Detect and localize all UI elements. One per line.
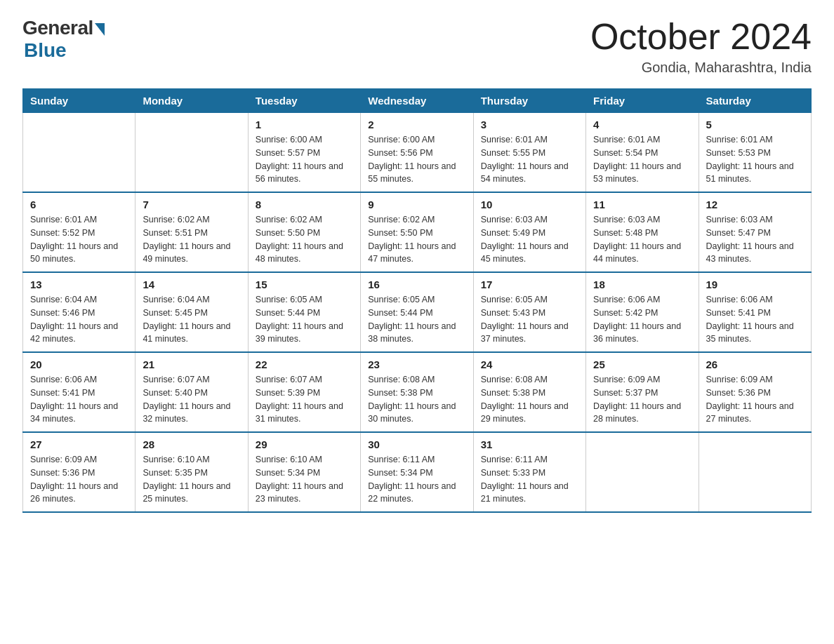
day-of-week-header: Friday: [586, 89, 699, 113]
calendar-week-row: 1Sunrise: 6:00 AMSunset: 5:57 PMDaylight…: [23, 113, 812, 193]
day-sun-info: Sunrise: 6:02 AMSunset: 5:50 PMDaylight:…: [256, 213, 353, 266]
calendar-day-cell: 15Sunrise: 6:05 AMSunset: 5:44 PMDayligh…: [248, 272, 360, 352]
day-number: 8: [256, 199, 353, 210]
page-header: General Blue October 2024 Gondia, Mahara…: [22, 17, 812, 76]
day-sun-info: Sunrise: 6:05 AMSunset: 5:44 PMDaylight:…: [368, 293, 465, 346]
day-number: 22: [256, 358, 353, 370]
calendar-week-row: 27Sunrise: 6:09 AMSunset: 5:36 PMDayligh…: [23, 432, 812, 512]
day-sun-info: Sunrise: 6:03 AMSunset: 5:48 PMDaylight:…: [593, 213, 691, 266]
location-title: Gondia, Maharashtra, India: [590, 60, 812, 76]
calendar-header-row: SundayMondayTuesdayWednesdayThursdayFrid…: [23, 89, 812, 113]
day-of-week-header: Tuesday: [248, 89, 360, 113]
day-number: 19: [706, 279, 804, 290]
calendar-day-cell: 19Sunrise: 6:06 AMSunset: 5:41 PMDayligh…: [699, 272, 811, 352]
day-number: 25: [593, 358, 691, 370]
day-sun-info: Sunrise: 6:06 AMSunset: 5:42 PMDaylight:…: [593, 293, 691, 346]
day-number: 26: [706, 358, 804, 370]
calendar-day-cell: 24Sunrise: 6:08 AMSunset: 5:38 PMDayligh…: [473, 352, 585, 432]
day-sun-info: Sunrise: 6:08 AMSunset: 5:38 PMDaylight:…: [368, 373, 465, 426]
logo-arrow-icon: [95, 23, 105, 36]
day-sun-info: Sunrise: 6:00 AMSunset: 5:56 PMDaylight:…: [368, 133, 465, 186]
calendar-day-cell: [23, 113, 135, 193]
calendar-day-cell: 3Sunrise: 6:01 AMSunset: 5:55 PMDaylight…: [473, 113, 585, 193]
day-sun-info: Sunrise: 6:01 AMSunset: 5:55 PMDaylight:…: [481, 133, 578, 186]
calendar-table: SundayMondayTuesdayWednesdayThursdayFrid…: [22, 88, 812, 513]
calendar-day-cell: 16Sunrise: 6:05 AMSunset: 5:44 PMDayligh…: [361, 272, 473, 352]
logo: General Blue: [22, 17, 105, 62]
day-sun-info: Sunrise: 6:07 AMSunset: 5:40 PMDaylight:…: [143, 373, 240, 426]
title-block: October 2024 Gondia, Maharashtra, India: [590, 17, 812, 76]
day-of-week-header: Monday: [135, 89, 248, 113]
day-sun-info: Sunrise: 6:09 AMSunset: 5:36 PMDaylight:…: [30, 453, 128, 506]
day-sun-info: Sunrise: 6:01 AMSunset: 5:53 PMDaylight:…: [706, 133, 804, 186]
day-number: 6: [30, 199, 128, 210]
day-number: 18: [593, 279, 691, 290]
logo-general-text: General: [22, 17, 93, 39]
calendar-day-cell: 5Sunrise: 6:01 AMSunset: 5:53 PMDaylight…: [699, 113, 811, 193]
calendar-day-cell: 18Sunrise: 6:06 AMSunset: 5:42 PMDayligh…: [586, 272, 699, 352]
calendar-day-cell: 11Sunrise: 6:03 AMSunset: 5:48 PMDayligh…: [586, 192, 699, 272]
day-sun-info: Sunrise: 6:00 AMSunset: 5:57 PMDaylight:…: [256, 133, 353, 186]
calendar-day-cell: 17Sunrise: 6:05 AMSunset: 5:43 PMDayligh…: [473, 272, 585, 352]
day-number: 31: [481, 438, 578, 450]
day-sun-info: Sunrise: 6:01 AMSunset: 5:54 PMDaylight:…: [593, 133, 691, 186]
day-sun-info: Sunrise: 6:02 AMSunset: 5:51 PMDaylight:…: [143, 213, 240, 266]
day-sun-info: Sunrise: 6:11 AMSunset: 5:34 PMDaylight:…: [368, 453, 465, 506]
calendar-day-cell: 28Sunrise: 6:10 AMSunset: 5:35 PMDayligh…: [135, 432, 248, 512]
calendar-day-cell: 12Sunrise: 6:03 AMSunset: 5:47 PMDayligh…: [699, 192, 811, 272]
calendar-day-cell: 10Sunrise: 6:03 AMSunset: 5:49 PMDayligh…: [473, 192, 585, 272]
calendar-day-cell: 6Sunrise: 6:01 AMSunset: 5:52 PMDaylight…: [23, 192, 135, 272]
day-number: 27: [30, 438, 128, 450]
day-number: 16: [368, 279, 465, 290]
calendar-day-cell: 2Sunrise: 6:00 AMSunset: 5:56 PMDaylight…: [361, 113, 473, 193]
day-number: 30: [368, 438, 465, 450]
calendar-day-cell: 1Sunrise: 6:00 AMSunset: 5:57 PMDaylight…: [248, 113, 360, 193]
day-number: 12: [706, 199, 804, 210]
day-number: 13: [30, 279, 128, 290]
day-sun-info: Sunrise: 6:11 AMSunset: 5:33 PMDaylight:…: [481, 453, 578, 506]
day-sun-info: Sunrise: 6:09 AMSunset: 5:36 PMDaylight:…: [706, 373, 804, 426]
calendar-day-cell: 26Sunrise: 6:09 AMSunset: 5:36 PMDayligh…: [699, 352, 811, 432]
calendar-day-cell: [586, 432, 699, 512]
day-sun-info: Sunrise: 6:05 AMSunset: 5:44 PMDaylight:…: [256, 293, 353, 346]
day-sun-info: Sunrise: 6:04 AMSunset: 5:46 PMDaylight:…: [30, 293, 128, 346]
day-number: 9: [368, 199, 465, 210]
day-sun-info: Sunrise: 6:07 AMSunset: 5:39 PMDaylight:…: [256, 373, 353, 426]
day-of-week-header: Saturday: [699, 89, 811, 113]
day-number: 14: [143, 279, 240, 290]
calendar-week-row: 13Sunrise: 6:04 AMSunset: 5:46 PMDayligh…: [23, 272, 812, 352]
calendar-day-cell: 23Sunrise: 6:08 AMSunset: 5:38 PMDayligh…: [361, 352, 473, 432]
day-sun-info: Sunrise: 6:08 AMSunset: 5:38 PMDaylight:…: [481, 373, 578, 426]
day-number: 15: [256, 279, 353, 290]
logo-blue-text: Blue: [24, 39, 67, 62]
day-number: 28: [143, 438, 240, 450]
calendar-day-cell: 31Sunrise: 6:11 AMSunset: 5:33 PMDayligh…: [473, 432, 585, 512]
calendar-week-row: 20Sunrise: 6:06 AMSunset: 5:41 PMDayligh…: [23, 352, 812, 432]
day-sun-info: Sunrise: 6:02 AMSunset: 5:50 PMDaylight:…: [368, 213, 465, 266]
day-sun-info: Sunrise: 6:06 AMSunset: 5:41 PMDaylight:…: [30, 373, 128, 426]
calendar-day-cell: 29Sunrise: 6:10 AMSunset: 5:34 PMDayligh…: [248, 432, 360, 512]
calendar-day-cell: 21Sunrise: 6:07 AMSunset: 5:40 PMDayligh…: [135, 352, 248, 432]
calendar-day-cell: 8Sunrise: 6:02 AMSunset: 5:50 PMDaylight…: [248, 192, 360, 272]
month-title: October 2024: [590, 17, 812, 57]
day-number: 24: [481, 358, 578, 370]
calendar-day-cell: 22Sunrise: 6:07 AMSunset: 5:39 PMDayligh…: [248, 352, 360, 432]
day-sun-info: Sunrise: 6:04 AMSunset: 5:45 PMDaylight:…: [143, 293, 240, 346]
day-sun-info: Sunrise: 6:05 AMSunset: 5:43 PMDaylight:…: [481, 293, 578, 346]
day-number: 4: [593, 119, 691, 130]
calendar-day-cell: [135, 113, 248, 193]
calendar-day-cell: 4Sunrise: 6:01 AMSunset: 5:54 PMDaylight…: [586, 113, 699, 193]
calendar-day-cell: 14Sunrise: 6:04 AMSunset: 5:45 PMDayligh…: [135, 272, 248, 352]
calendar-day-cell: 20Sunrise: 6:06 AMSunset: 5:41 PMDayligh…: [23, 352, 135, 432]
day-of-week-header: Thursday: [473, 89, 585, 113]
calendar-day-cell: 27Sunrise: 6:09 AMSunset: 5:36 PMDayligh…: [23, 432, 135, 512]
calendar-week-row: 6Sunrise: 6:01 AMSunset: 5:52 PMDaylight…: [23, 192, 812, 272]
calendar-day-cell: 9Sunrise: 6:02 AMSunset: 5:50 PMDaylight…: [361, 192, 473, 272]
day-sun-info: Sunrise: 6:10 AMSunset: 5:35 PMDaylight:…: [143, 453, 240, 506]
day-number: 20: [30, 358, 128, 370]
calendar-day-cell: 30Sunrise: 6:11 AMSunset: 5:34 PMDayligh…: [361, 432, 473, 512]
day-number: 23: [368, 358, 465, 370]
day-number: 5: [706, 119, 804, 130]
day-sun-info: Sunrise: 6:10 AMSunset: 5:34 PMDaylight:…: [256, 453, 353, 506]
calendar-day-cell: 7Sunrise: 6:02 AMSunset: 5:51 PMDaylight…: [135, 192, 248, 272]
